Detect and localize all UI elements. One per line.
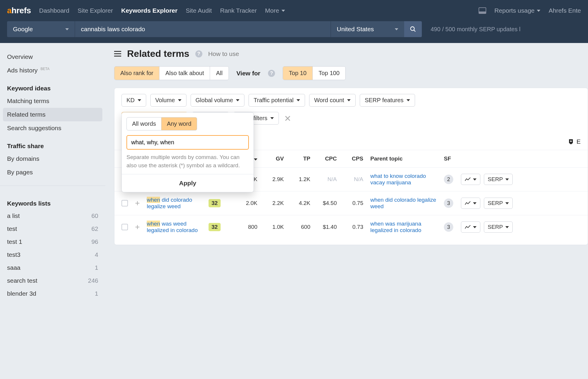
keyword-list-item[interactable]: saaa1 <box>0 261 105 274</box>
list-name: saaa <box>7 264 21 271</box>
col-sf[interactable]: SF <box>438 155 456 162</box>
parent-topic-link[interactable]: when was marijuana legalized in colorado <box>367 221 438 234</box>
nav-account[interactable]: Ahrefs Ente <box>549 7 581 14</box>
nav-rank-tracker[interactable]: Rank Tracker <box>220 7 257 14</box>
cell-cps: 0.75 <box>341 200 367 206</box>
country-select[interactable]: United States <box>331 21 404 37</box>
nav-keywords-explorer[interactable]: Keywords Explorer <box>121 7 177 14</box>
nav-site-audit[interactable]: Site Audit <box>186 7 212 14</box>
keyword-list-item[interactable]: test 196 <box>0 235 105 248</box>
sidebar-by-pages[interactable]: By pages <box>0 165 105 179</box>
svg-point-0 <box>411 27 414 31</box>
filter-kd[interactable]: KD <box>121 94 146 107</box>
popup-tab-any-word[interactable]: Any word <box>161 117 197 130</box>
cell-gv: 1.0K <box>261 224 288 230</box>
sidebar-section-keywords-lists: Keywords lists <box>0 192 105 209</box>
trend-button[interactable] <box>461 198 480 209</box>
download-icon[interactable] <box>568 138 574 145</box>
menu-icon[interactable] <box>114 51 121 57</box>
country-label: United States <box>337 26 374 33</box>
trend-button[interactable] <box>461 174 480 185</box>
export-label[interactable]: E <box>577 138 581 145</box>
cell-tp: 1.2K <box>288 176 314 183</box>
sidebar-matching-terms[interactable]: Matching terms <box>0 94 105 108</box>
cell-gv: 2.9K <box>261 176 288 183</box>
filter-word-count[interactable]: Word count <box>309 94 356 107</box>
col-parent-topic[interactable]: Parent topic <box>367 155 438 162</box>
sf-badge[interactable]: 3 <box>444 198 453 208</box>
nav-more[interactable]: More <box>265 7 285 14</box>
keyword-link[interactable]: when was weed legalized in colorado <box>147 221 209 234</box>
trend-button[interactable] <box>461 221 480 233</box>
main-content: Related terms ? How to use Also rank for… <box>105 43 588 307</box>
apply-button[interactable]: Apply <box>122 174 254 192</box>
expand-row-button[interactable]: + <box>135 222 147 232</box>
filter-global-volume[interactable]: Global volume <box>191 94 245 107</box>
sidebar-overview[interactable]: Overview <box>0 50 105 64</box>
nav-reports-usage[interactable]: Reports usage <box>494 7 541 14</box>
serp-button[interactable]: SERP <box>484 221 513 233</box>
row-checkbox[interactable] <box>121 224 128 230</box>
tab-all[interactable]: All <box>210 67 228 80</box>
tab-also-rank-for[interactable]: Also rank for <box>114 67 159 80</box>
keyword-list-item[interactable]: test34 <box>0 248 105 261</box>
sidebar-related-terms[interactable]: Related terms <box>3 108 102 121</box>
keyword-list-item[interactable]: blender 3d1 <box>0 287 105 300</box>
help-icon[interactable]: ? <box>268 70 275 77</box>
cell-cps: N/A <box>341 176 367 183</box>
col-cps[interactable]: CPS <box>341 155 367 162</box>
tab-also-talk-about[interactable]: Also talk about <box>159 67 210 80</box>
cell-tp: 4.2K <box>288 200 314 206</box>
filter-serp-features[interactable]: SERP features <box>360 94 415 107</box>
tab-top-10[interactable]: Top 10 <box>283 67 313 80</box>
filter-traffic-potential[interactable]: Traffic potential <box>249 94 305 107</box>
sf-badge[interactable]: 2 <box>444 175 453 184</box>
popup-tab-all-words[interactable]: All words <box>126 117 161 130</box>
trend-icon <box>465 177 471 181</box>
include-words-input[interactable] <box>126 135 249 150</box>
keyword-list-item[interactable]: search test246 <box>0 274 105 287</box>
col-gv[interactable]: GV <box>261 155 288 162</box>
nav-site-explorer[interactable]: Site Explorer <box>78 7 113 14</box>
clear-filters-button[interactable] <box>285 115 291 121</box>
table-row: +when did colorado legalize weed322.0K2.… <box>114 191 588 215</box>
serp-button[interactable]: SERP <box>484 174 513 185</box>
filter-volume[interactable]: Volume <box>150 94 186 107</box>
parent-topic-link[interactable]: what to know colorado vacay marijuana <box>367 173 438 186</box>
chevron-down-icon <box>473 178 477 181</box>
col-cpc[interactable]: CPC <box>314 155 341 162</box>
cell-volume: 800 <box>235 224 261 230</box>
serp-button[interactable]: SERP <box>484 198 513 209</box>
chevron-down-icon <box>254 158 257 160</box>
sidebar-by-domains[interactable]: By domains <box>0 152 105 165</box>
search-button[interactable] <box>404 21 422 37</box>
serp-label: SERP <box>488 176 503 183</box>
chevron-down-icon <box>473 226 477 228</box>
serp-quota: 490 / 500 monthly SERP updates l <box>431 26 520 33</box>
left-sidebar: Overview Ads history BETA Keyword ideas … <box>0 43 105 307</box>
sf-badge[interactable]: 3 <box>444 222 453 232</box>
sidebar-search-suggestions[interactable]: Search suggestions <box>0 121 105 135</box>
sidebar-ads-history[interactable]: Ads history BETA <box>0 64 105 77</box>
keyword-list-item[interactable]: test62 <box>0 222 105 235</box>
list-name: test3 <box>7 251 21 258</box>
keyword-list-item[interactable]: a list60 <box>0 209 105 222</box>
how-to-use-link[interactable]: How to use <box>208 50 239 57</box>
top-navbar: ahrefs Dashboard Site Explorer Keywords … <box>0 0 588 21</box>
keyword-search-input[interactable] <box>75 21 331 37</box>
top-n-toggle: Top 10 Top 100 <box>283 66 346 80</box>
parent-topic-link[interactable]: when did colorado legalize weed <box>367 197 438 210</box>
expand-row-button[interactable]: + <box>135 198 147 208</box>
tab-top-100[interactable]: Top 100 <box>313 67 345 80</box>
col-tp[interactable]: TP <box>288 155 314 162</box>
chevron-down-icon <box>138 99 141 101</box>
keyword-link[interactable]: when did colorado legalize weed <box>147 197 209 210</box>
nav-dashboard[interactable]: Dashboard <box>39 7 69 14</box>
sidebar-divider <box>0 186 105 186</box>
brand-logo[interactable]: ahrefs <box>7 6 31 15</box>
search-engine-select[interactable]: Google <box>7 21 75 37</box>
display-icon[interactable] <box>479 7 486 14</box>
row-checkbox[interactable] <box>121 200 128 206</box>
list-name: blender 3d <box>7 290 36 297</box>
help-icon[interactable]: ? <box>195 50 202 57</box>
